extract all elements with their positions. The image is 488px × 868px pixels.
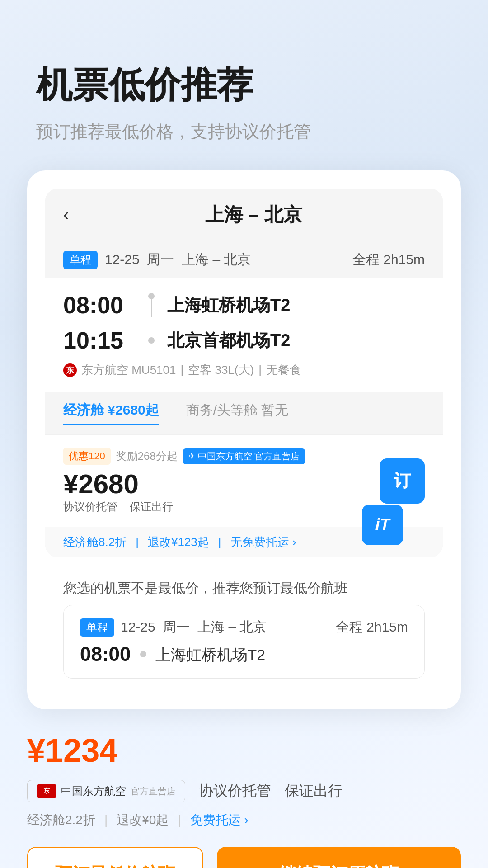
airline-badge-icon: ✈ [188, 451, 195, 461]
header-section: 机票低价推荐 预订推荐最低价格，支持协议价托管 [0, 0, 488, 170]
page-title: 机票低价推荐 [36, 63, 452, 107]
points-badge: 奖励268分起 [116, 449, 178, 463]
trip-type-badge: 单程 [63, 251, 98, 269]
economy-tab[interactable]: 经济舱 ¥2680起 [63, 401, 159, 425]
bottom-change: 退改¥0起 [117, 811, 169, 829]
change-info: 退改¥123起 [148, 534, 209, 550]
aircraft-type: 空客 33L(大) [188, 362, 254, 378]
departure-row: 08:00 上海虹桥机场T2 [63, 292, 425, 319]
action-buttons: 预订最低价航班 继续预订原航班 [27, 847, 461, 868]
separator: | [181, 363, 184, 377]
airline-red-logo: 东 [37, 784, 56, 798]
book-original-button[interactable]: 继续预订原航班 [217, 847, 461, 868]
mini-departure-time: 08:00 [80, 643, 131, 665]
airline-official-badge: 东 中国东方航空 官方直营店 [27, 780, 185, 802]
mini-flight-card[interactable]: 单程 12-25 周一 上海 – 北京 全程 2h15m 08:00 上海虹桥机… [63, 605, 425, 679]
airline-flight: 东方航空 MU5101 [81, 362, 176, 378]
discount-badge: 优惠120 [63, 448, 111, 465]
mini-flight-header: 单程 12-25 周一 上海 – 北京 全程 2h15m [80, 618, 408, 637]
price-sub-info: 协议价托管 保证出行 [63, 500, 305, 514]
meal-info: 无餐食 [266, 362, 301, 378]
price-info: 优惠120 奖励268分起 ✈ 中国东方航空 官方直营店 ¥2680 协议价托管… [63, 448, 305, 514]
mini-departure-airport: 上海虹桥机场T2 [155, 645, 266, 665]
arrival-dot [148, 337, 155, 344]
recommendation-notice: 您选的机票不是最低价，推荐您预订最低价航班 单程 12-25 周一 上海 – 北… [45, 566, 443, 691]
bottom-luggage[interactable]: 免费托运 › [190, 811, 249, 829]
flight-price: ¥2680 [63, 468, 139, 500]
departure-dot [148, 293, 155, 299]
flight-card: ‹ 上海 – 北京 单程 12-25 周一 上海 – 北京 全程 2h15m 0… [45, 189, 443, 557]
flight-date: 12-25 周一 上海 – 北京 [105, 250, 251, 269]
flight-meta-left: 单程 12-25 周一 上海 – 北京 [63, 250, 251, 269]
tag-guarantee: 保证出行 [285, 781, 343, 801]
airline-name: 中国东方航空 [61, 784, 126, 798]
bottom-price-prefix: ¥ [27, 732, 45, 769]
discount-info: 经济舱8.2折 [63, 534, 127, 550]
mini-duration: 全程 2h15m [336, 618, 408, 637]
route-line [151, 299, 152, 317]
airline-subtext: 官方直营店 [131, 785, 176, 797]
it-logo: iT [362, 505, 403, 545]
bottom-price-number: 1234 [45, 732, 117, 769]
airline-logo: 东 [63, 363, 77, 377]
bottom-section: ¥1234 东 中国东方航空 官方直营店 协议价托管 保证出行 经济舱2.2折 … [0, 709, 488, 868]
departure-airport: 上海虹桥机场T2 [167, 294, 290, 317]
price-badges: 优惠120 奖励268分起 ✈ 中国东方航空 官方直营店 [63, 448, 305, 465]
mini-dot [140, 651, 146, 657]
bottom-airline-row: 东 中国东方航空 官方直营店 协议价托管 保证出行 [27, 780, 461, 802]
flight-header: ‹ 上海 – 北京 [45, 189, 443, 241]
mini-date: 12-25 周一 上海 – 北京 [121, 618, 267, 637]
airline-official-badge: ✈ 中国东方航空 官方直营店 [183, 448, 305, 464]
bar-sep2: | [218, 535, 221, 549]
cabin-tabs: 经济舱 ¥2680起 商务/头等舱 暂无 [45, 392, 443, 434]
notice-text: 您选的机票不是最低价，推荐您预订最低价航班 [63, 579, 425, 598]
back-button[interactable]: ‹ [63, 205, 69, 225]
bottom-discount-bar: 经济舱2.2折 | 退改¥0起 | 免费托运 › [27, 811, 461, 829]
mini-flight-detail: 08:00 上海虹桥机场T2 [80, 643, 408, 665]
flight-times: 08:00 上海虹桥机场T2 10:15 北京首都机场T2 东 东方 [45, 278, 443, 392]
mini-flight-left: 单程 12-25 周一 上海 – 北京 [80, 618, 267, 637]
separator2: | [258, 363, 262, 377]
mini-trip-type: 单程 [80, 618, 114, 637]
luggage-info[interactable]: 无免费托运 › [230, 534, 296, 550]
route-dot-top [145, 293, 158, 317]
flight-duration: 全程 2h15m [352, 250, 425, 269]
airline-badge-text: 中国东方航空 官方直营店 [198, 450, 300, 462]
page-subtitle: 预订推荐最低价格，支持协议价托管 [36, 120, 452, 143]
order-button[interactable]: 订 [380, 458, 425, 504]
bottom-price: ¥1234 [27, 732, 461, 769]
arrival-row: 10:15 北京首都机场T2 [63, 327, 425, 354]
route-dot-bottom [145, 337, 158, 344]
price-display: ¥2680 [63, 468, 305, 500]
arrival-time: 10:15 [63, 327, 136, 354]
airline-info: 东 东方航空 MU5101 | 空客 33L(大) | 无餐食 [63, 362, 425, 378]
book-cheapest-button[interactable]: 预订最低价航班 [27, 847, 203, 868]
flight-route-title: 上海 – 北京 [83, 202, 425, 227]
departure-time: 08:00 [63, 292, 136, 319]
main-card: ‹ 上海 – 北京 单程 12-25 周一 上海 – 北京 全程 2h15m 0… [27, 170, 461, 709]
bar-sep1: | [136, 535, 139, 549]
business-status: 暂无 [261, 402, 288, 417]
business-tab[interactable]: 商务/头等舱 暂无 [186, 401, 289, 425]
economy-price: ¥2680起 [108, 402, 159, 417]
flight-meta-bar: 单程 12-25 周一 上海 – 北京 全程 2h15m [45, 241, 443, 278]
bottom-discount: 经济舱2.2折 [27, 811, 95, 829]
tag-managed: 协议价托管 [199, 781, 271, 801]
airline-logo-text: 东 [43, 787, 50, 795]
arrival-airport: 北京首都机场T2 [167, 329, 290, 352]
